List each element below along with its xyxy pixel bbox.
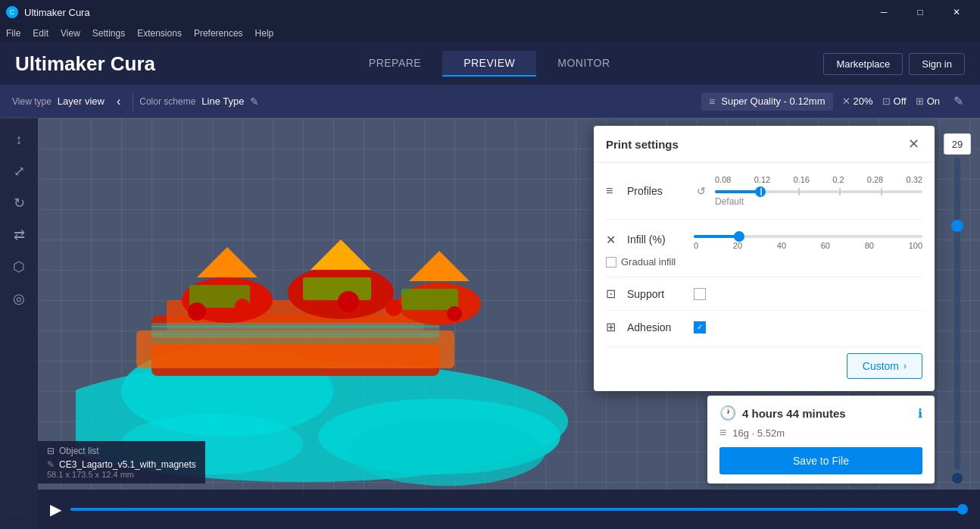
quality-selector[interactable]: ≡ Super Quality - 0.12mm bbox=[701, 92, 832, 111]
svg-rect-16 bbox=[401, 289, 458, 310]
edit-color-scheme-button[interactable]: ✎ bbox=[250, 95, 259, 108]
object-dims: 58.1 x 173.5 x 12.4 mm bbox=[47, 470, 196, 479]
tool-mirror[interactable]: ⇄ bbox=[5, 221, 33, 249]
tool-move[interactable]: ↕ bbox=[5, 126, 33, 153]
nav-tabs: PREPARE PREVIEW MONITOR bbox=[348, 51, 632, 77]
layer-slider[interactable] bbox=[954, 158, 960, 470]
menu-preferences[interactable]: Preferences bbox=[194, 28, 243, 39]
svg-point-23 bbox=[447, 306, 462, 321]
title-bar-controls: ─ □ ✕ bbox=[866, 0, 974, 24]
maximize-button[interactable]: □ bbox=[903, 0, 938, 24]
minimize-button[interactable]: ─ bbox=[866, 0, 901, 24]
menu-bar: File Edit View Settings Extensions Prefe… bbox=[0, 24, 980, 42]
infill-tick-100: 100 bbox=[909, 241, 922, 250]
gradual-infill-row: Gradual infill bbox=[606, 256, 922, 268]
layer-number: 29 bbox=[952, 139, 963, 150]
chevron-right-icon: › bbox=[904, 361, 907, 371]
tab-prepare[interactable]: PREPARE bbox=[348, 51, 442, 77]
svg-marker-11 bbox=[197, 247, 257, 277]
profile-default-marker-1 bbox=[760, 188, 762, 196]
reset-profiles-button[interactable]: ↺ bbox=[694, 185, 709, 197]
profile-slider-track[interactable] bbox=[715, 190, 922, 193]
tab-monitor[interactable]: MONITOR bbox=[536, 51, 631, 77]
print-settings-panel: Print settings ✕ ≡ Profiles ↺ 0.08 0.12 … bbox=[594, 126, 935, 391]
support-checkbox[interactable] bbox=[694, 288, 706, 300]
svg-point-21 bbox=[338, 291, 359, 312]
panel-close-button[interactable]: ✕ bbox=[904, 135, 922, 153]
tick-0.32: 0.32 bbox=[907, 175, 922, 184]
support-option: ⊡ Off bbox=[882, 95, 907, 107]
pencil-icon: ✎ bbox=[47, 459, 55, 470]
info-icon[interactable]: ℹ bbox=[918, 406, 922, 421]
menu-settings[interactable]: Settings bbox=[92, 28, 125, 39]
svg-marker-13 bbox=[409, 251, 470, 281]
print-time-row: 🕐 4 hours 44 minutes ℹ bbox=[719, 405, 922, 421]
edit-settings-button[interactable]: ✎ bbox=[949, 92, 968, 110]
menu-edit[interactable]: Edit bbox=[33, 28, 48, 39]
infill-tick-40: 40 bbox=[777, 241, 786, 250]
profiles-row: ≡ Profiles ↺ 0.08 0.12 0.16 0.2 0.28 0.3… bbox=[606, 175, 922, 207]
viewport[interactable]: ↕ ⤢ ↻ ⇄ ⬡ ◎ ⊟ Object list ✎ CE3_Lagarto_… bbox=[0, 118, 980, 529]
view-type-chevron[interactable]: ‹ bbox=[111, 92, 126, 111]
divider-2 bbox=[606, 277, 922, 277]
infill-icon-panel: ✕ bbox=[606, 233, 621, 247]
signin-button[interactable]: Sign in bbox=[909, 53, 965, 75]
tick-0.16: 0.16 bbox=[793, 175, 809, 184]
timeline[interactable] bbox=[70, 508, 968, 511]
layer-slider-thumb[interactable] bbox=[951, 220, 963, 232]
timeline-thumb[interactable] bbox=[957, 504, 968, 515]
tick-0.2: 0.2 bbox=[832, 175, 844, 184]
print-time: 🕐 4 hours 44 minutes bbox=[719, 405, 846, 421]
close-button[interactable]: ✕ bbox=[939, 0, 974, 24]
header-right: Marketplace Sign in bbox=[823, 53, 965, 75]
tool-support[interactable]: ⬡ bbox=[5, 253, 33, 280]
tick-0.08: 0.08 bbox=[715, 175, 731, 184]
svg-marker-12 bbox=[311, 239, 371, 270]
profile-slider-fill bbox=[715, 190, 760, 193]
main-content: ↕ ⤢ ↻ ⇄ ⬡ ◎ ⊟ Object list ✎ CE3_Lagarto_… bbox=[0, 118, 980, 529]
save-to-file-button[interactable]: Save to File bbox=[719, 447, 922, 474]
object-list-icon: ⊟ bbox=[47, 446, 55, 456]
infill-slider-container: 0 20 40 60 80 100 bbox=[694, 229, 922, 250]
app-icon: C bbox=[6, 6, 18, 18]
tick-0.12: 0.12 bbox=[754, 175, 770, 184]
layer-number-box: 29 bbox=[944, 133, 971, 155]
gradual-infill-label: Gradual infill bbox=[621, 256, 676, 268]
tool-scale[interactable]: ⤢ bbox=[5, 158, 33, 185]
infill-slider-track[interactable] bbox=[694, 235, 922, 238]
tool-seam[interactable]: ◎ bbox=[5, 285, 33, 312]
play-button[interactable]: ▶ bbox=[50, 500, 61, 518]
svg-rect-6 bbox=[151, 323, 439, 338]
object-list-header: ⊟ Object list bbox=[47, 446, 196, 456]
tab-preview[interactable]: PREVIEW bbox=[442, 51, 536, 77]
app-title: Ultimaker Cura bbox=[24, 7, 90, 18]
toolbar-separator bbox=[133, 92, 133, 111]
custom-button[interactable]: Custom › bbox=[847, 353, 922, 379]
infill-tick-0: 0 bbox=[694, 241, 698, 250]
gradual-infill-checkbox[interactable] bbox=[606, 257, 616, 268]
layer-indicator: 29 bbox=[942, 133, 972, 484]
adhesion-icon: ⊞ bbox=[916, 95, 924, 107]
menu-file[interactable]: File bbox=[6, 28, 20, 39]
svg-point-22 bbox=[385, 299, 402, 316]
profile-ticks: 0.08 0.12 0.16 0.2 0.28 0.32 bbox=[715, 175, 922, 184]
menu-help[interactable]: Help bbox=[255, 28, 274, 39]
view-type-label: View type bbox=[12, 96, 51, 107]
infill-tick-20: 20 bbox=[733, 241, 742, 250]
logo-second: Cura bbox=[111, 52, 155, 75]
adhesion-icon-panel: ⊞ bbox=[606, 320, 621, 334]
custom-label: Custom bbox=[863, 360, 899, 372]
infill-tick-60: 60 bbox=[821, 241, 830, 250]
object-info: ⊟ Object list ✎ CE3_Lagarto_v5.1_with_ma… bbox=[38, 441, 205, 484]
infill-slider-thumb[interactable] bbox=[734, 231, 744, 242]
marketplace-button[interactable]: Marketplace bbox=[823, 53, 903, 75]
svg-point-20 bbox=[235, 299, 250, 314]
menu-extensions[interactable]: Extensions bbox=[137, 28, 182, 39]
tool-rotate[interactable]: ↻ bbox=[5, 189, 33, 217]
menu-view[interactable]: View bbox=[61, 28, 80, 39]
adhesion-checkbox[interactable]: ✓ bbox=[694, 321, 706, 333]
app-logo: Ultimaker Cura bbox=[15, 52, 155, 76]
profile-default-marker-2 bbox=[798, 188, 800, 196]
infill-slider-fill bbox=[694, 235, 739, 238]
infill-option: ✕ 20% bbox=[842, 95, 873, 107]
